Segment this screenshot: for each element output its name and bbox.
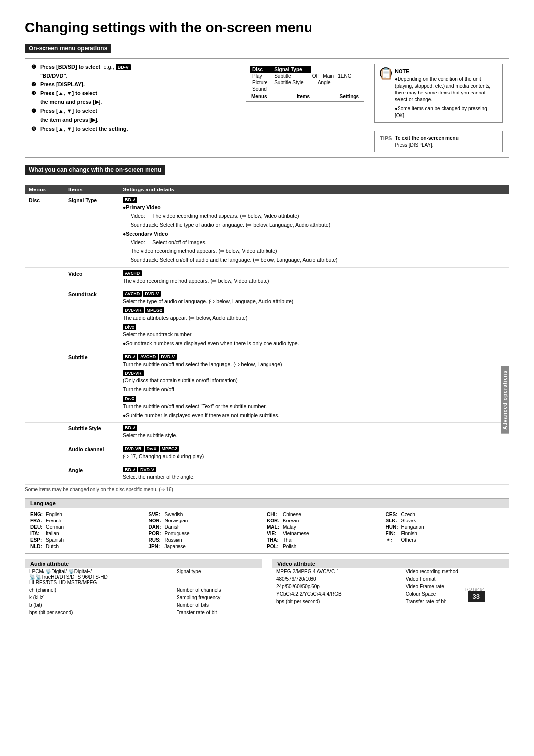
lang-tha: THA:Thai [267,537,386,543]
menu-diagram: Disc Signal Type Play Subtitle Off Main … [246,64,364,102]
table-row-video: Video AVCHD The video recording method a… [25,267,509,288]
page-number: 33 [468,591,485,602]
table-footer-note: Some items may be changed only on the di… [25,487,509,492]
lang-ces: CES:Czech [386,512,504,517]
language-grid: ENG:English FRA:French DEU:German ITA:It… [25,508,509,553]
table-row-signal-type: Disc Signal Type BD-V ●Primary Video Vid… [25,194,509,268]
menu-row-disc: Disc Signal Type [250,66,360,73]
what-table-body: Disc Signal Type BD-V ●Primary Video Vid… [25,194,509,485]
lang-hun: HUN:Hungarian [386,524,504,530]
step-3b: the menu and press [▶]. [31,99,236,105]
table-row-subtitle-style: Subtitle Style BD-V Select the subtitle … [25,423,509,443]
audio-row-channels: ch (channel) Number of channels [25,586,262,594]
audio-attribute-box: Audio attribute LPCM/ 📡Digital/ 📡Digital… [25,559,262,616]
note-tips-col: 📋 NOTE ●Depending on the condition of th… [374,64,503,152]
tips-box: TIPS To exit the on-screen menu Press [D… [374,131,503,152]
step-4b: the item and press [▶]. [31,117,236,123]
lang-fra: FRA:French [30,518,149,523]
attr-row: Audio attribute LPCM/ 📡Digital/ 📡Digital… [25,559,509,616]
lang-fin: FIN:Finnish [386,531,504,536]
lang-mal: MAL:Malay [267,524,386,530]
lang-deu: DEU:German [30,524,149,530]
section1-header: On-screen menu operations [25,44,111,53]
lang-col-2: SVE:Swedish NOR:Norwegian DAN:Danish POR… [149,512,267,549]
video-attribute-header: Video attribute [272,559,509,568]
audio-attribute-header: Audio attribute [25,559,262,568]
table-row-audio-channel: Audio channel DVD-VRDivXMPEG2 (⇨ 17, Cha… [25,443,509,464]
step-1b: "BD/DVD". [31,73,236,79]
menu-row-sound: Sound [250,86,360,92]
menu-row-picture: Picture Subtitle Style - Angle - [250,79,360,86]
lang-col-3: CHI:Chinese KOR:Korean MAL:Malay VIE:Vie… [267,512,386,549]
step-1: ❶ Press [BD/SD] to select e.g., BD-V [31,64,236,70]
lang-kor: KOR:Korean [267,518,386,523]
table-row-angle: Angle BD-VDVD-V Select the number of the… [25,464,509,484]
audio-row-bps: bps (bit per second) Transfer rate of bi… [25,609,262,616]
lang-pol: POL:Polish [267,544,386,549]
page-title: Changing settings with the on-screen men… [25,20,509,36]
lang-col-1: ENG:English FRA:French DEU:German ITA:It… [30,512,149,549]
section1-block: ❶ Press [BD/SD] to select e.g., BD-V "BD… [25,58,509,158]
video-row-format: 480/576/720/1080 Video Format [272,575,509,583]
what-table: Menus Items Settings and details Disc Si… [25,185,509,485]
step-2: ❷ Press [DISPLAY]. [31,81,236,88]
lang-star: ＊:Others [386,537,504,544]
menu-diagram-table: Disc Signal Type Play Subtitle Off Main … [250,66,360,92]
lang-eng: ENG:English [30,512,149,517]
lang-dan: DAN:Danish [149,524,267,530]
lang-esp: ESP:Spanish [30,537,149,543]
menu-diagram-area: Disc Signal Type Play Subtitle Off Main … [246,64,364,102]
what-table-header-row: Menus Items Settings and details [25,185,509,194]
steps-list: ❶ Press [BD/SD] to select e.g., BD-V "BD… [31,64,236,135]
step-3: ❸ Press [▲, ▼] to select [31,90,236,96]
lang-ita: ITA:Italian [30,531,149,536]
lang-chi: CHI:Chinese [267,512,386,517]
lang-vie: VIE:Vietnamese [267,531,386,536]
table-row-soundtrack: Soundtrack AVCHDDVD-V Select the type of… [25,288,509,351]
lang-jpn: JPN:Japanese [149,544,267,549]
note-icon: 📋 [380,67,392,79]
section1-container: On-screen menu operations ❶ Press [BD/SD… [25,44,509,158]
what-table-container: Menus Items Settings and details Disc Si… [25,185,509,492]
audio-row-signal: LPCM/ 📡Digital/ 📡Digital+/📡📡TrueHD/DTS/D… [25,568,262,586]
lang-por: POR:Portuguese [149,531,267,536]
tips-label: TIPS [380,134,392,142]
lang-nld: NLD:Dutch [30,544,149,549]
menu-labels: Menus Items Settings [250,94,360,99]
audio-row-khz: k (kHz) Sampling frequency [25,594,262,601]
note-label: NOTE [395,67,497,76]
language-header: Language [25,499,509,508]
side-label: Advanced operations [501,366,509,434]
step-4: ❹ Press [▲, ▼] to select [31,108,236,114]
lang-sve: SVE:Swedish [149,512,267,517]
lang-nor: NOR:Norwegian [149,518,267,523]
menu-row-play: Play Subtitle Off Main 1ENG [250,73,360,79]
lang-col-4: CES:Czech SLK:Slovak HUN:Hungarian FIN:F… [386,512,504,549]
what-table-head: Menus Items Settings and details [25,185,509,194]
lang-rus: RUS:Russian [149,537,267,543]
language-section: Language ENG:English FRA:French DEU:Germ… [25,498,509,554]
video-row-method: MPEG-2/MPEG-4 AVC/VC-1 Video recording m… [272,568,509,575]
audio-attribute-table: LPCM/ 📡Digital/ 📡Digital+/📡📡TrueHD/DTS/D… [25,568,262,616]
note-box: 📋 NOTE ●Depending on the condition of th… [374,64,503,123]
audio-row-bit: b (bit) Number of bits [25,601,262,609]
section2-container: What you can change with the on-screen m… [25,165,509,492]
lang-slk: SLK:Slovak [386,518,504,523]
section2-header: What you can change with the on-screen m… [25,165,165,175]
step-5: ❺ Press [▲, ▼] to select the setting. [31,126,236,132]
table-row-subtitle: Subtitle BD-VAVCHDDVD-V Turn the subtitl… [25,351,509,423]
steps-area: ❶ Press [BD/SD] to select e.g., BD-V "BD… [31,64,503,152]
